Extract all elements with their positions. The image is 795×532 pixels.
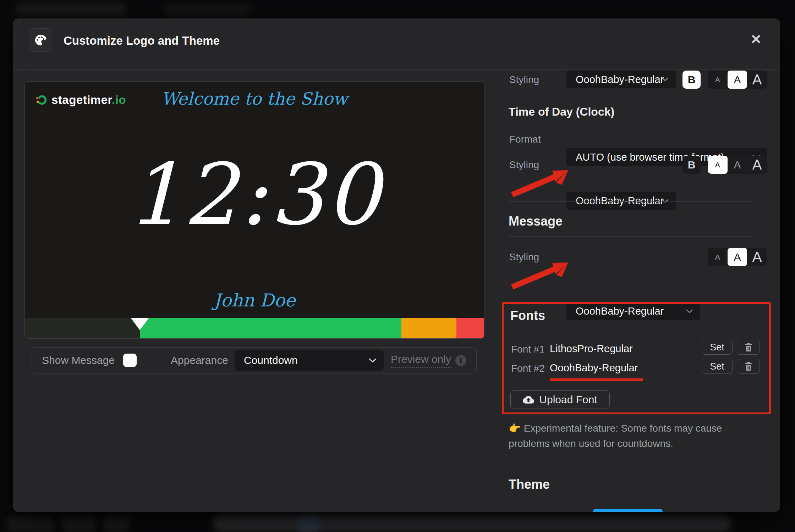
fonts-section-highlight: Fonts Font #1 LithosPro-Regular Set Font…: [502, 302, 771, 414]
clock-bold-button[interactable]: B: [682, 156, 701, 174]
clock-size-large[interactable]: A: [747, 156, 767, 174]
theme-color-button[interactable]: [593, 509, 663, 512]
annotation-underline: [550, 378, 643, 381]
section-divider: [496, 464, 780, 464]
clock-size-group: A A A: [708, 156, 767, 174]
font2-delete-button[interactable]: [737, 359, 760, 374]
background-blur: [16, 2, 126, 16]
time-of-day-heading: Time of Day (Clock): [509, 105, 614, 118]
timer-size-group: A A A: [708, 71, 767, 89]
page-title: Customize Logo and Theme: [64, 34, 220, 48]
format-label: Format: [509, 134, 541, 145]
timer-font-value: OoohBaby-Regular: [566, 74, 664, 85]
font2-name: OoohBaby-Regular: [550, 362, 638, 374]
message-size-large[interactable]: A: [747, 248, 767, 266]
preview-speaker-text: John Doe: [25, 290, 484, 311]
progress-segment-elapsed: [25, 318, 140, 338]
preview-only: Preview only i: [391, 353, 466, 368]
preview-controls: Show Message Appearance Countdown Previe…: [32, 347, 477, 373]
upload-font-label: Upload Font: [539, 394, 597, 406]
divider: [509, 502, 754, 502]
font1-label: Font #1: [511, 344, 545, 355]
annotation-arrow: [509, 166, 571, 200]
upload-font-button[interactable]: Upload Font: [510, 390, 610, 409]
chevron-down-icon: [662, 199, 669, 203]
progress-bar: [25, 318, 484, 338]
timer-size-medium[interactable]: A: [728, 71, 747, 89]
show-message-checkbox[interactable]: [123, 354, 137, 367]
appearance-select[interactable]: Countdown: [235, 350, 384, 371]
fonts-heading: Fonts: [510, 308, 545, 323]
settings-panel: Styling OoohBaby-Regular B A A A Time of…: [496, 70, 780, 512]
palette-icon: [29, 28, 52, 52]
timer-bold-button[interactable]: B: [682, 71, 701, 89]
clock-font-value: OoohBaby-Regular: [566, 195, 664, 207]
font2-set-button[interactable]: Set: [702, 359, 733, 374]
progress-marker: [131, 318, 149, 330]
font1-name: LithosPro-Regular: [550, 343, 633, 355]
background-blur: [213, 515, 731, 532]
message-size-medium[interactable]: A: [728, 248, 747, 266]
modal-header: Customize Logo and Theme ✕: [13, 18, 780, 70]
progress-segment-green: [140, 318, 402, 338]
clock-size-small[interactable]: A: [708, 156, 728, 174]
background-blur: [62, 517, 96, 531]
annotation-arrow: [509, 259, 571, 292]
appearance-label: Appearance: [171, 354, 228, 366]
trash-icon: [744, 343, 753, 352]
message-size-group: A A A: [708, 248, 767, 266]
timer-preview: stagetimer.io Welcome to the Show 12:30 …: [24, 81, 484, 339]
info-icon[interactable]: i: [455, 355, 466, 366]
clock-font-select[interactable]: OoohBaby-Regular: [566, 192, 676, 210]
message-size-small[interactable]: A: [708, 248, 728, 266]
message-heading: Message: [509, 214, 563, 229]
theme-heading: Theme: [509, 477, 550, 492]
background-blur: [7, 517, 53, 531]
appearance-value: Countdown: [235, 354, 298, 366]
font1-delete-button[interactable]: [737, 340, 760, 355]
divider: [510, 332, 763, 332]
font1-set-button[interactable]: Set: [702, 340, 733, 355]
background-blur: [298, 517, 319, 531]
progress-segment-orange: [401, 318, 456, 338]
chevron-down-icon: [662, 77, 669, 82]
cloud-upload-icon: [523, 395, 534, 405]
timer-size-large[interactable]: A: [747, 71, 767, 89]
experimental-note: 👉 Experimental feature: Some fonts may c…: [509, 421, 762, 451]
background-blur: [165, 4, 250, 16]
timer-font-select[interactable]: OoohBaby-Regular: [566, 71, 676, 88]
progress-segment-red: [456, 318, 484, 338]
trash-icon: [744, 362, 753, 371]
background-blur: [103, 517, 130, 531]
preview-message-text: Welcome to the Show: [25, 89, 484, 109]
preview-only-label: Preview only: [391, 353, 451, 368]
timer-size-small[interactable]: A: [708, 71, 728, 89]
font2-label: Font #2: [511, 363, 545, 374]
preview-clock: 12:30: [25, 153, 484, 237]
divider: [509, 236, 754, 237]
divider: [509, 98, 754, 98]
close-icon[interactable]: ✕: [750, 33, 762, 46]
customize-theme-modal: Customize Logo and Theme ✕ stagetimer.io…: [13, 18, 780, 512]
show-message-label: Show Message: [42, 354, 115, 366]
divider: [509, 201, 754, 202]
chevron-down-icon: [369, 358, 377, 363]
clock-size-medium[interactable]: A: [728, 156, 747, 174]
timer-styling-label: Styling: [509, 74, 539, 85]
